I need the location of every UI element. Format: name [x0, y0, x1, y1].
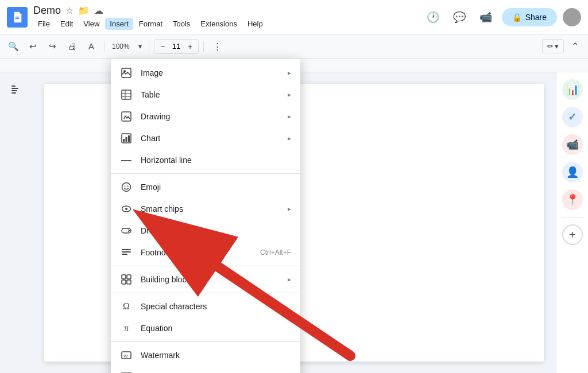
svg-rect-4	[11, 90, 17, 91]
svg-rect-16	[128, 135, 130, 142]
smart-chips-label: Smart chips	[141, 204, 288, 213]
divider1	[105, 41, 105, 52]
history-icon[interactable]: 🕐	[423, 7, 443, 28]
footnote-shortcut: Ctrl+Alt+F	[260, 248, 291, 257]
hline-label: Horizontal line	[141, 156, 291, 165]
emoji-label: Emoji	[141, 182, 291, 192]
more-options-btn[interactable]: ⋮	[208, 38, 226, 55]
menu-item-special-characters[interactable]: Ω Special characters	[111, 296, 300, 317]
top-right: 🕐 💬 📹 🔒 Share	[423, 7, 581, 28]
folder-icon[interactable]: 📁	[78, 5, 90, 16]
svg-point-19	[127, 186, 129, 187]
watermark-icon: W	[120, 349, 133, 362]
svg-rect-0	[15, 17, 19, 17]
menu-format[interactable]: Format	[134, 18, 167, 30]
font-size-decrease[interactable]: −	[157, 41, 168, 52]
svg-rect-5	[11, 92, 16, 94]
menu-file[interactable]: File	[33, 18, 55, 30]
dropdown-label: Dropdown	[141, 226, 291, 235]
doc-title: Demo ☆ 📁 ☁	[33, 5, 268, 17]
share-label: Share	[525, 13, 547, 22]
menu-item-emoji[interactable]: Emoji	[111, 176, 300, 198]
menu-tools[interactable]: Tools	[168, 18, 195, 30]
redo-btn[interactable]: ↪	[44, 38, 61, 55]
svg-point-21	[125, 208, 127, 210]
menu-help[interactable]: Help	[243, 18, 268, 30]
svg-rect-25	[122, 254, 127, 255]
emoji-icon	[120, 181, 133, 193]
insert-dropdown-menu: Image ▸ Table ▸ Drawing ▸ Chart ▸ — Hori…	[111, 59, 300, 373]
contacts-icon[interactable]: 👤	[562, 162, 583, 182]
menu-edit[interactable]: Edit	[56, 18, 78, 30]
svg-rect-15	[126, 137, 127, 142]
menu-item-image[interactable]: Image ▸	[111, 62, 300, 84]
svg-text:W: W	[123, 353, 128, 359]
table-icon	[120, 88, 133, 101]
font-size-increase[interactable]: +	[184, 41, 196, 52]
smart-chips-arrow: ▸	[288, 205, 291, 213]
divider-after-footnote	[111, 266, 300, 266]
svg-point-17	[122, 183, 131, 192]
footnote-icon	[120, 246, 133, 259]
doc-title-text: Demo	[33, 5, 61, 17]
menu-item-building-blocks[interactable]: Building blocks ▸	[111, 269, 300, 290]
menu-item-smart-chips[interactable]: Smart chips ▸	[111, 198, 300, 220]
watermark-label: Watermark	[141, 351, 291, 360]
svg-rect-1	[15, 18, 19, 18]
svg-rect-14	[123, 139, 125, 142]
zoom-btn[interactable]: 100% ▾	[110, 38, 144, 55]
add-plugin-button[interactable]: +	[562, 224, 583, 245]
undo-btn[interactable]: ↩	[24, 38, 41, 55]
svg-rect-23	[122, 249, 131, 250]
dropdown-icon	[120, 224, 133, 237]
equation-icon: π	[120, 322, 133, 335]
headers-footers-icon	[120, 371, 133, 373]
menu-item-headers-footers[interactable]: Headers & footers ▸	[111, 366, 300, 373]
menu-item-watermark[interactable]: W Watermark	[111, 344, 300, 366]
star-icon[interactable]: ☆	[65, 5, 74, 16]
drawing-icon	[120, 110, 133, 123]
svg-rect-27	[127, 275, 131, 279]
user-avatar[interactable]	[563, 8, 581, 26]
collapse-btn[interactable]: ⌃	[566, 38, 583, 55]
menu-item-dropdown[interactable]: Dropdown	[111, 220, 300, 242]
menu-item-drawing[interactable]: Drawing ▸	[111, 106, 300, 127]
svg-rect-29	[127, 280, 131, 284]
spellcheck-btn[interactable]: A	[83, 38, 100, 55]
search-btn[interactable]: 🔍	[5, 38, 22, 55]
building-blocks-icon	[120, 273, 133, 286]
menu-item-footnote[interactable]: Footnote Ctrl+Alt+F	[111, 242, 300, 263]
edit-mode-btn[interactable]: ✏ ▾	[542, 39, 564, 53]
outline-icon[interactable]	[6, 79, 26, 100]
chart-icon	[120, 132, 133, 145]
svg-rect-12	[122, 112, 131, 121]
chart-label: Chart	[141, 134, 288, 143]
sidebar-divider	[562, 217, 583, 217]
svg-rect-28	[122, 280, 126, 284]
print-btn[interactable]: 🖨	[63, 38, 80, 55]
top-bar: Demo ☆ 📁 ☁ File Edit View Insert Format …	[0, 0, 588, 34]
menu-item-table[interactable]: Table ▸	[111, 84, 300, 106]
meet-right-icon[interactable]: 📹	[562, 134, 583, 155]
share-button[interactable]: 🔒 Share	[502, 8, 557, 26]
menu-item-equation[interactable]: π Equation	[111, 317, 300, 339]
equation-label: Equation	[141, 324, 291, 333]
cloud-icon[interactable]: ☁	[94, 5, 103, 16]
tasks-icon[interactable]: ✓	[562, 107, 583, 127]
svg-rect-3	[11, 88, 18, 89]
sheets-icon[interactable]: 📊	[562, 79, 583, 100]
comment-icon[interactable]: 💬	[449, 7, 470, 28]
left-sidebar	[0, 72, 32, 373]
divider-after-equation	[111, 341, 300, 342]
menu-view[interactable]: View	[79, 18, 104, 30]
meet-icon[interactable]: 📹	[475, 7, 496, 28]
font-size-input[interactable]: 11	[168, 42, 184, 50]
menu-insert[interactable]: Insert	[105, 18, 133, 30]
menu-extensions[interactable]: Extensions	[196, 18, 242, 30]
hline-icon: —	[120, 154, 133, 166]
lock-icon: 🔒	[512, 13, 522, 22]
menu-item-chart[interactable]: Chart ▸	[111, 127, 300, 149]
menu-item-horizontal-line[interactable]: — Horizontal line	[111, 149, 300, 171]
svg-rect-8	[122, 90, 131, 99]
maps-icon[interactable]: 📍	[562, 189, 583, 210]
